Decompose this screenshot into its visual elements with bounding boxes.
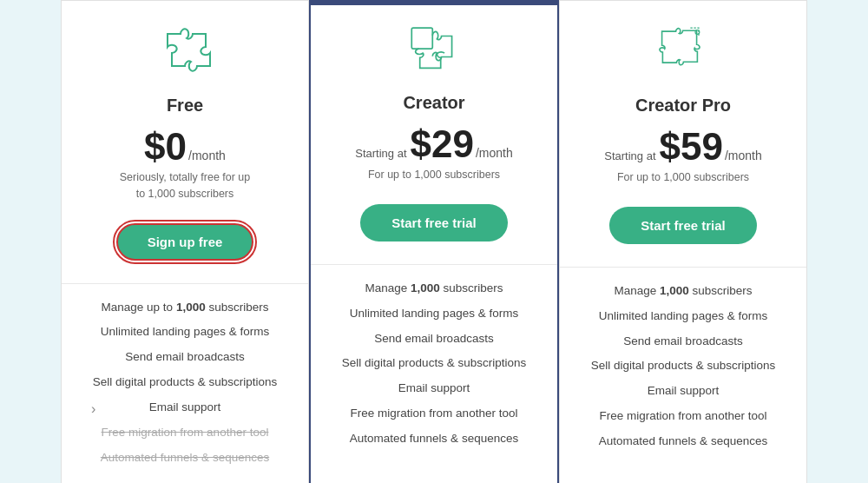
feature-item: Automated funnels & sequences [82, 450, 287, 466]
price-area-creator: Starting at $29 /month For up to 1,000 s… [355, 125, 513, 183]
price-subtitle-creator-pro: For up to 1,000 subscribers [617, 169, 749, 186]
feature-item: Free migration from another tool [82, 425, 287, 441]
features-list-creator-pro: Manage 1,000 subscribersUnlimited landin… [560, 268, 806, 467]
feature-item: Automated funnels & sequences [581, 433, 786, 450]
feature-item: Email support [82, 400, 287, 416]
feature-item: Unlimited landing pages & forms [581, 308, 786, 325]
plan-header-free: Free $0 /month Seriously, totally free f… [62, 1, 308, 284]
features-list-creator: Manage 1,000 subscribersUnlimited landin… [311, 265, 557, 465]
cta-area-free: Sign up free [116, 223, 254, 261]
price-area-creator-pro: Starting at $59 /month For up to 1,000 s… [604, 128, 762, 186]
feature-item: Email support [332, 380, 536, 397]
plan-name-creator: Creator [403, 93, 464, 113]
feature-item: Manage 1,000 subscribers [332, 281, 536, 297]
feature-item: Sell digital products & subscriptions [581, 358, 786, 374]
feature-item: Unlimited landing pages & forms [332, 306, 536, 322]
price-period-creator: /month [476, 146, 513, 163]
cta-button-creator[interactable]: Start free trial [360, 204, 508, 242]
plan-name-creator-pro: Creator Pro [635, 96, 731, 116]
price-value-creator: $29 [411, 125, 474, 163]
cta-button-creator-pro[interactable]: Start free trial [609, 207, 757, 244]
cta-button-free[interactable]: Sign up free [116, 223, 254, 261]
feature-item: Send email broadcasts [332, 331, 536, 347]
price-starting-creator: Starting at [355, 147, 406, 160]
plan-card-creator: RECOMMENDED Creator Starting at $29 /mon… [309, 0, 559, 483]
puzzle-icon-free [159, 25, 211, 87]
puzzle-icon-creator [408, 23, 460, 84]
pricing-container: Free $0 /month Seriously, totally free f… [61, 0, 807, 483]
price-value-free: $0 [144, 128, 187, 166]
feature-item: Email support [581, 383, 786, 400]
feature-item: Manage up to 1,000 subscribers [82, 300, 287, 316]
plan-name-free: Free [167, 96, 203, 116]
cta-area-creator-pro: Start free trial [609, 207, 757, 244]
svg-point-1 [695, 30, 700, 35]
feature-item: Free migration from another tool [332, 406, 536, 422]
feature-item: Automated funnels & sequences [332, 431, 536, 447]
feature-item: Send email broadcasts [581, 334, 786, 350]
feature-item: Sell digital products & subscriptions [82, 374, 287, 391]
cta-area-creator: Start free trial [360, 204, 508, 242]
price-starting-creator-pro: Starting at [604, 149, 655, 162]
puzzle-icon-creator-pro [657, 25, 709, 87]
features-list-free: Manage up to 1,000 subscribersUnlimited … [62, 284, 308, 484]
price-value-creator-pro: $59 [660, 128, 723, 166]
price-subtitle-creator: For up to 1,000 subscribers [368, 167, 500, 183]
plan-header-creator-pro: Creator Pro Starting at $59 /month For u… [560, 1, 806, 268]
price-period-free: /month [188, 149, 226, 166]
plan-header-creator: Creator Starting at $29 /month For up to… [311, 5, 557, 265]
feature-item: Sell digital products & subscriptions [332, 355, 536, 372]
feature-item: Unlimited landing pages & forms [82, 324, 287, 341]
price-area-free: $0 /month Seriously, totally free for up… [120, 128, 251, 202]
price-period-creator-pro: /month [725, 149, 762, 166]
feature-item: Free migration from another tool [581, 408, 786, 425]
feature-item: Manage 1,000 subscribers [581, 283, 786, 300]
plan-card-free: Free $0 /month Seriously, totally free f… [61, 0, 309, 483]
plan-card-creator-pro: Creator Pro Starting at $59 /month For u… [559, 0, 807, 483]
svg-rect-0 [411, 28, 432, 49]
price-subtitle-free: Seriously, totally free for up to 1,000 … [120, 169, 251, 202]
feature-item: Send email broadcasts [82, 349, 287, 366]
